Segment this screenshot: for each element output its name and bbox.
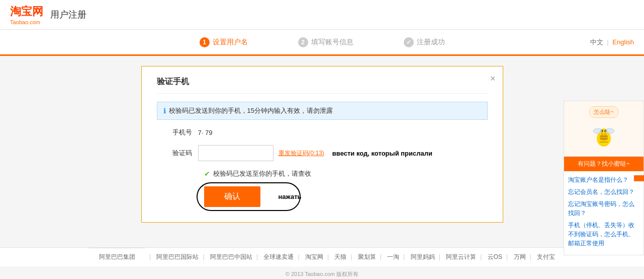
- mascot-bubble: 怎么哒~: [589, 106, 618, 118]
- footer-link-2[interactable]: 阿里巴巴中国站: [210, 253, 252, 260]
- verify-phone-modal: 验证手机 × ℹ 校验码已发送到你的手机，15分钟内输入有效，请勿泄露 手机号 …: [141, 66, 503, 223]
- footer-link-11[interactable]: 万网: [514, 253, 526, 260]
- footer-link-8[interactable]: 阿里妈妈: [411, 253, 435, 260]
- lang-zh[interactable]: 中文: [590, 38, 603, 46]
- info-icon: ℹ: [163, 107, 166, 115]
- lang-switcher: 中文 | English: [590, 38, 634, 47]
- step-3-icon: ✓: [404, 37, 414, 47]
- phone-row: 手机号 7· 79: [157, 128, 488, 137]
- confirm-row: 确认 нажать: [204, 186, 488, 207]
- sidebar-links: 淘宝账户名是指什么？ 忘记会员名，怎么找回？ 忘记淘宝账号密码，怎么找回？ 手机…: [564, 171, 643, 255]
- svg-point-9: [605, 128, 614, 133]
- step-1-label: 设置用户名: [213, 38, 248, 47]
- info-text: 校验码已发送到你的手机，15分钟内输入有效，请勿泄露: [169, 106, 333, 115]
- success-icon: ✔: [204, 170, 210, 178]
- btn-annotation: 确认: [204, 186, 260, 207]
- code-label: 验证码: [157, 149, 192, 158]
- svg-point-8: [593, 128, 602, 133]
- footer-link-5[interactable]: 天猫: [334, 253, 346, 260]
- footer-link-1[interactable]: 阿里巴巴国际站: [156, 253, 199, 260]
- header: 淘宝网 Taobao.com 用户注册: [0, 0, 644, 30]
- footer-link-6[interactable]: 聚划算: [358, 253, 376, 260]
- confirm-button[interactable]: 确认: [204, 186, 260, 207]
- step-1[interactable]: 1 设置用户名: [195, 30, 253, 56]
- resend-link[interactable]: 重发验证码(0:13): [279, 149, 324, 158]
- footer-link-12[interactable]: 支付宝: [537, 253, 555, 260]
- phone-label: 手机号: [157, 128, 192, 137]
- sidebar-link-0[interactable]: 淘宝账户名是指什么？: [568, 175, 639, 184]
- code-input[interactable]: [198, 145, 273, 161]
- sidebar-link-2[interactable]: 忘记淘宝账号密码，怎么找回？: [568, 199, 639, 218]
- step-2-label: 填写账号信息: [311, 38, 353, 47]
- annotation-click: нажать: [279, 193, 302, 200]
- lang-en[interactable]: English: [612, 38, 634, 46]
- info-bar: ℹ 校验码已发送到你的手机，15分钟内输入有效，请勿泄露: [157, 102, 488, 120]
- footer-link-9[interactable]: 阿里云计算: [446, 253, 476, 260]
- copyright: © 2013 Taobao.com 版权所有: [286, 271, 358, 277]
- logo-area: 淘宝网 Taobao.com: [10, 4, 43, 25]
- mascot-area: 怎么哒~: [564, 101, 643, 157]
- right-sidebar: 怎么哒~ 有问题？找小蜜哒~: [564, 101, 644, 255]
- annotation-russian: ввести код, который прислали: [332, 150, 432, 157]
- steps-bar: 1 设置用户名 2 填写账号信息 ✓ 注册成功 中文 | English: [0, 30, 644, 56]
- step-2[interactable]: 2 填写账号信息: [293, 29, 358, 55]
- footer-link-4[interactable]: 淘宝网: [305, 253, 323, 260]
- footer-link-0[interactable]: 阿里巴巴集团: [89, 248, 145, 265]
- step-3: ✓ 注册成功: [399, 29, 450, 55]
- success-row: ✔ 校验码已发送至你的手机，请查收: [204, 169, 488, 178]
- step-1-num: 1: [200, 37, 210, 47]
- sidebar-link-3[interactable]: 手机（停机、丢失等）收不到验证码，怎么手机、邮箱正常使用: [568, 221, 639, 248]
- logo-taobao: 淘宝网: [10, 4, 43, 19]
- modal-close-button[interactable]: ×: [490, 74, 496, 84]
- help-button[interactable]: 有问题？找小蜜哒~: [564, 157, 643, 171]
- footer-bottom: © 2013 Taobao.com 版权所有: [0, 266, 644, 279]
- phone-value: 7· 79: [198, 129, 213, 136]
- mascot-bee-icon: [589, 121, 619, 151]
- page-title: 用户注册: [50, 9, 86, 21]
- success-text: 校验码已发送至你的手机，请查收: [213, 169, 311, 178]
- suggest-button[interactable]: 进建议: [634, 175, 644, 181]
- footer-nav: 阿里巴巴集团| 阿里巴巴国际站| 阿里巴巴中国站| 全球速卖通| 淘宝网| 天猫…: [0, 247, 644, 266]
- svg-point-10: [601, 133, 603, 135]
- code-row: 验证码 重发验证码(0:13) ввести код, который прис…: [157, 145, 488, 161]
- footer-link-7[interactable]: 一淘: [387, 253, 399, 260]
- step-2-num: 2: [298, 37, 308, 47]
- logo-com: Taobao.com: [10, 19, 43, 25]
- steps-container: 1 设置用户名 2 填写账号信息 ✓ 注册成功: [0, 30, 644, 54]
- sidebar-link-1[interactable]: 忘记会员名，怎么找回？: [568, 187, 639, 196]
- page-wrapper: 淘宝网 Taobao.com 用户注册 1 设置用户名 2 填写账号信息 ✓ 注…: [0, 0, 644, 279]
- modal-title: 验证手机: [157, 77, 488, 94]
- svg-point-11: [604, 133, 606, 135]
- lang-divider: |: [607, 38, 608, 46]
- step-3-label: 注册成功: [417, 38, 445, 47]
- footer-link-10[interactable]: 云OS: [488, 253, 502, 260]
- main-content: 验证手机 × ℹ 校验码已发送到你的手机，15分钟内输入有效，请勿泄露 手机号 …: [0, 56, 644, 247]
- footer-link-3[interactable]: 全球速卖通: [263, 253, 294, 260]
